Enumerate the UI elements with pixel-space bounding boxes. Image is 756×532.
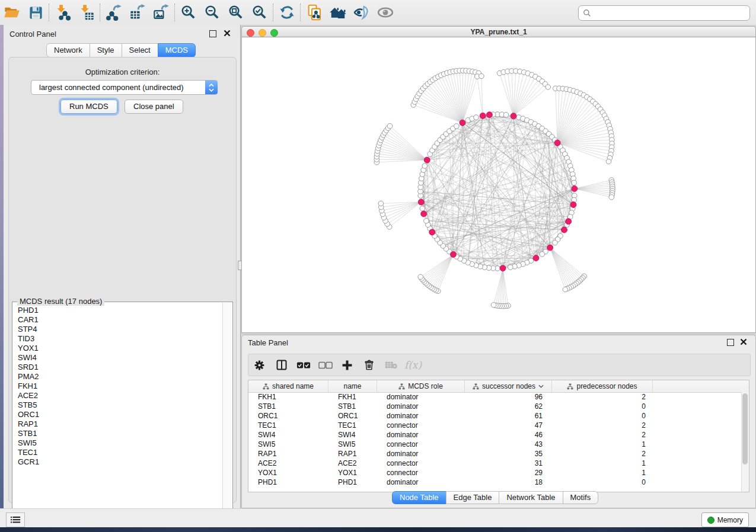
table-cell[interactable]: 1 (552, 440, 653, 448)
import-network-icon[interactable] (51, 2, 75, 23)
table-cell[interactable]: ORC1 (248, 412, 328, 420)
mcds-result-list[interactable]: PHD1CAR1STP4TID3YOX1SWI4SRD1PMA2FKH1ACE2… (13, 306, 227, 519)
table-cell[interactable]: ORC1 (328, 412, 377, 420)
task-history-button[interactable] (6, 512, 25, 527)
table-cell[interactable]: SWI5 (328, 440, 377, 448)
mcds-node-item[interactable]: TEC1 (18, 448, 227, 457)
network-graph[interactable] (242, 37, 755, 332)
table-cell[interactable]: 61 (465, 412, 552, 420)
table-cell[interactable]: SWI5 (248, 440, 328, 448)
mcds-node-item[interactable]: STB1 (18, 429, 227, 438)
run-mcds-button[interactable]: Run MCDS (60, 100, 117, 114)
table-cell[interactable]: 35 (465, 450, 552, 458)
table-cell[interactable]: connector (377, 440, 465, 448)
deselect-all-icon[interactable] (314, 356, 336, 374)
table-cell[interactable]: TEC1 (248, 421, 328, 430)
mcds-node-item[interactable]: ORC1 (18, 410, 227, 419)
tab-style[interactable]: Style (90, 43, 122, 57)
col-predecessor-nodes[interactable]: predecessor nodes (552, 380, 653, 392)
import-table-icon[interactable] (75, 2, 98, 23)
mcds-node-item[interactable]: STB5 (18, 400, 227, 410)
zoom-out-icon[interactable] (200, 2, 224, 23)
table-cell[interactable]: 18 (465, 478, 552, 486)
vizmap-icon[interactable] (350, 2, 374, 23)
col-shared-name[interactable]: shared name (248, 380, 328, 392)
table-row[interactable]: TEC1TEC1connector472 (248, 421, 742, 430)
float-table-panel-icon[interactable] (727, 339, 734, 346)
table-cell[interactable]: 62 (465, 402, 552, 411)
table-row[interactable]: PHD1PHD1dominator180 (248, 477, 742, 487)
close-panel-icon[interactable] (224, 30, 231, 37)
table-cell[interactable]: PHD1 (328, 478, 377, 486)
table-cell[interactable]: YOX1 (248, 469, 328, 477)
mcds-node-item[interactable]: YOX1 (18, 344, 227, 353)
table-cell[interactable]: 2 (552, 421, 653, 430)
mcds-node-item[interactable]: STP4 (18, 325, 227, 334)
table-cell[interactable]: STB1 (328, 402, 377, 411)
table-cell[interactable]: connector (377, 421, 465, 430)
table-cell[interactable]: FKH1 (328, 393, 377, 401)
table-cell[interactable]: 96 (465, 393, 552, 401)
table-cell[interactable]: SWI4 (248, 431, 328, 439)
table-cell[interactable]: dominator (377, 478, 465, 486)
add-column-icon[interactable] (336, 356, 358, 374)
table-scrollbar-thumb[interactable] (742, 393, 748, 464)
table-cell[interactable]: connector (377, 459, 465, 467)
mcds-list-scrollbar[interactable] (222, 303, 232, 521)
table-settings-gear-icon[interactable] (248, 356, 270, 374)
table-row[interactable]: SWI4SWI4dominator462 (248, 430, 742, 440)
tab-mcds[interactable]: MCDS (158, 43, 196, 57)
table-cell[interactable]: YOX1 (328, 469, 377, 477)
table-row[interactable]: ORC1ORC1dominator610 (248, 411, 742, 421)
mcds-node-item[interactable]: CAR1 (18, 315, 227, 325)
select-all-icon[interactable] (292, 356, 314, 374)
table-cell[interactable]: 0 (552, 402, 653, 411)
table-cell[interactable]: dominator (377, 412, 465, 420)
table-cell[interactable]: RAP1 (328, 450, 377, 458)
export-network-icon[interactable] (102, 2, 126, 23)
table-scrollbar[interactable] (741, 392, 749, 492)
sort-descending-icon[interactable] (538, 384, 544, 388)
table-cell[interactable]: 29 (465, 469, 552, 477)
zoom-selected-icon[interactable] (248, 2, 272, 23)
mcds-node-item[interactable]: PMA2 (18, 372, 227, 382)
hide-graphics-icon[interactable] (374, 2, 397, 23)
table-cell[interactable]: 46 (465, 431, 552, 439)
search-input[interactable] (594, 7, 749, 19)
table-cell[interactable]: PHD1 (248, 478, 328, 486)
col-mcds-role[interactable]: MCDS role (377, 380, 465, 392)
table-cell[interactable]: ACE2 (328, 459, 377, 467)
table-row[interactable]: STB1STB1dominator620 (248, 402, 742, 411)
mcds-node-item[interactable]: ACE2 (18, 391, 227, 400)
save-icon[interactable] (24, 2, 47, 23)
table-cell[interactable]: 1 (552, 469, 653, 477)
close-table-panel-icon[interactable] (740, 338, 747, 345)
tab-edge-table[interactable]: Edge Table (446, 491, 500, 504)
mcds-node-item[interactable]: GCR1 (18, 457, 227, 467)
mcds-node-item[interactable]: SWI4 (18, 353, 227, 363)
table-cell[interactable]: 0 (552, 478, 653, 486)
mcds-node-item[interactable]: PHD1 (18, 306, 227, 315)
tab-motifs[interactable]: Motifs (563, 491, 599, 504)
table-cell[interactable]: 0 (552, 412, 653, 420)
table-cell[interactable]: 47 (465, 421, 552, 430)
table-cell[interactable]: 43 (465, 440, 552, 448)
export-image-icon[interactable] (149, 2, 173, 23)
col-name[interactable]: name (328, 380, 377, 392)
memory-button[interactable]: Memory (701, 512, 749, 527)
mcds-node-item[interactable]: FKH1 (18, 382, 227, 391)
copy-network-icon[interactable] (302, 2, 326, 23)
criterion-dropdown[interactable]: largest connected component (undirected) (31, 80, 218, 95)
table-cell[interactable]: SWI4 (328, 431, 377, 439)
table-cell[interactable]: 31 (465, 459, 552, 467)
open-folder-icon[interactable] (0, 2, 24, 23)
column-chooser-icon[interactable] (270, 356, 292, 374)
network-window-titlebar[interactable]: YPA_prune.txt_1 (241, 26, 756, 37)
delete-icon[interactable] (358, 356, 380, 374)
houses-icon[interactable] (326, 2, 350, 23)
col-successor-nodes[interactable]: successor nodes (465, 380, 552, 392)
table-cell[interactable]: 2 (552, 431, 653, 439)
table-cell[interactable]: dominator (377, 431, 465, 439)
table-cell[interactable]: dominator (377, 450, 465, 458)
table-cell[interactable]: connector (377, 469, 465, 477)
